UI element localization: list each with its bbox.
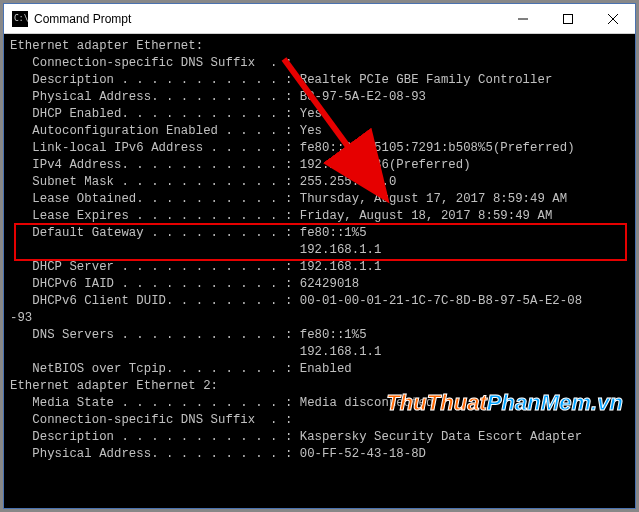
config-line: Lease Obtained. . . . . . . . . . : Thur… (10, 191, 635, 208)
command-prompt-window: C:\ Command Prompt Ethernet adapter Ethe… (3, 3, 636, 509)
config-line: NetBIOS over Tcpip. . . . . . . . : Enab… (10, 361, 635, 378)
config-line: Physical Address. . . . . . . . . : B8-9… (10, 89, 635, 106)
window-title: Command Prompt (34, 12, 500, 26)
minimize-button[interactable] (500, 4, 545, 33)
config-line: 192.168.1.1 (10, 344, 635, 361)
config-line: Subnet Mask . . . . . . . . . . . : 255.… (10, 174, 635, 191)
config-line: Description . . . . . . . . . . . : Real… (10, 72, 635, 89)
config-line: Physical Address. . . . . . . . . : 00-F… (10, 446, 635, 463)
window-controls (500, 4, 635, 33)
config-line: IPv4 Address. . . . . . . . . . . : 192.… (10, 157, 635, 174)
config-line: DHCPv6 Client DUID. . . . . . . . : 00-0… (10, 293, 635, 310)
config-line: DHCP Enabled. . . . . . . . . . . : Yes (10, 106, 635, 123)
config-line: 192.168.1.1 (10, 242, 635, 259)
maximize-button[interactable] (545, 4, 590, 33)
config-line: Connection-specific DNS Suffix . : (10, 412, 635, 429)
config-line: DHCP Server . . . . . . . . . . . : 192.… (10, 259, 635, 276)
svg-rect-1 (563, 14, 572, 23)
config-line: Connection-specific DNS Suffix . : (10, 55, 635, 72)
app-icon: C:\ (12, 11, 28, 27)
config-line: Default Gateway . . . . . . . . . : fe80… (10, 225, 635, 242)
config-line: Link-local IPv6 Address . . . . . : fe80… (10, 140, 635, 157)
config-line-continuation: -93 (10, 310, 635, 327)
config-line: Media State . . . . . . . . . . . : Medi… (10, 395, 635, 412)
config-line: DHCPv6 IAID . . . . . . . . . . . : 6242… (10, 276, 635, 293)
adapter-header: Ethernet adapter Ethernet 2: (10, 378, 635, 395)
config-line: Lease Expires . . . . . . . . . . : Frid… (10, 208, 635, 225)
close-button[interactable] (590, 4, 635, 33)
terminal-output[interactable]: Ethernet adapter Ethernet: Connection-sp… (4, 34, 635, 508)
titlebar[interactable]: C:\ Command Prompt (4, 4, 635, 34)
config-line: Autoconfiguration Enabled . . . . : Yes (10, 123, 635, 140)
adapter-header: Ethernet adapter Ethernet: (10, 38, 635, 55)
config-line: DNS Servers . . . . . . . . . . . : fe80… (10, 327, 635, 344)
config-line: Description . . . . . . . . . . . : Kasp… (10, 429, 635, 446)
